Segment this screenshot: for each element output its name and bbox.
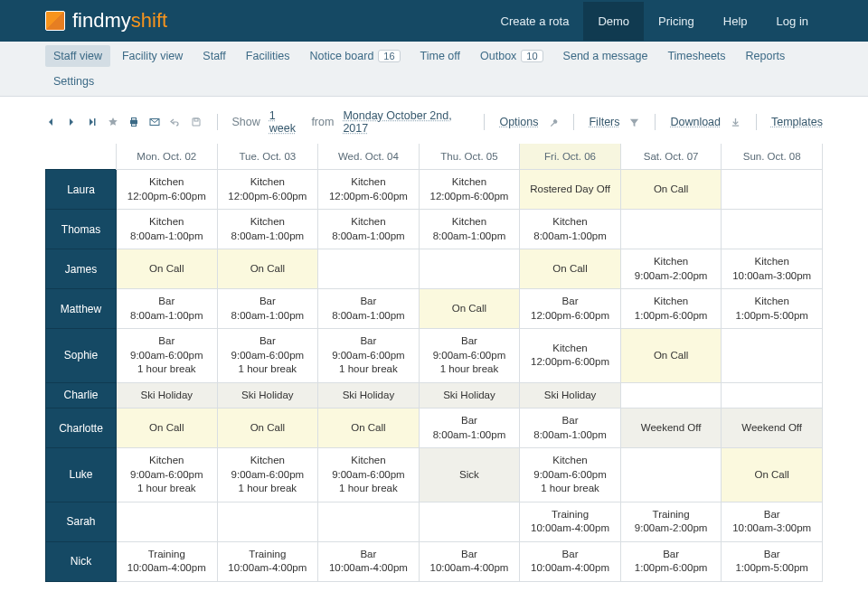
shift-cell[interactable]: Bar8:00am-1:00pm — [117, 289, 218, 329]
shift-cell[interactable]: On Call — [117, 249, 218, 289]
day-header[interactable]: Thu. Oct. 05 — [419, 144, 520, 170]
shift-cell[interactable] — [318, 249, 420, 289]
shift-cell[interactable]: Kitchen12:00pm-6:00pm — [217, 170, 318, 210]
shift-cell[interactable]: Ski Holiday — [419, 382, 520, 408]
print-icon[interactable] — [128, 116, 140, 128]
staff-name-cell[interactable]: Thomas — [46, 210, 117, 249]
date-selector[interactable]: Monday October 2nd, 2017 — [343, 109, 469, 135]
shift-cell[interactable]: Kitchen8:00am-1:00pm — [419, 210, 520, 249]
tab-facilities[interactable]: Facilities — [238, 45, 298, 67]
skip-icon[interactable] — [87, 116, 99, 128]
shift-cell[interactable] — [620, 382, 722, 408]
shift-cell[interactable]: Bar10:00am-4:00pm — [318, 541, 420, 581]
shift-cell[interactable]: Ski Holiday — [117, 382, 218, 408]
shift-cell[interactable]: Kitchen1:00pm-6:00pm — [620, 289, 722, 329]
range-selector[interactable]: 1 week — [269, 109, 303, 135]
tab-outbox[interactable]: Outbox 10 — [472, 45, 552, 67]
shift-cell[interactable]: Kitchen9:00am-6:00pm1 hour break — [117, 448, 218, 502]
mail-icon[interactable] — [149, 116, 161, 128]
shift-cell[interactable] — [217, 502, 318, 541]
shift-cell[interactable]: On Call — [318, 408, 420, 448]
download-link[interactable]: Download — [670, 116, 721, 128]
shift-cell[interactable]: Bar9:00am-6:00pm1 hour break — [117, 329, 218, 383]
day-header[interactable]: Tue. Oct. 03 — [217, 144, 318, 170]
staff-name-cell[interactable]: James — [46, 249, 117, 289]
staff-name-cell[interactable]: Nick — [46, 541, 117, 581]
shift-cell[interactable]: Bar10:00am-3:00pm — [722, 502, 823, 541]
shift-cell[interactable]: Weekend Off — [722, 408, 823, 448]
shift-cell[interactable]: On Call — [520, 249, 621, 289]
shift-cell[interactable] — [419, 502, 520, 541]
day-header[interactable]: Sun. Oct. 08 — [722, 144, 823, 170]
tab-notice-board[interactable]: Notice board 16 — [301, 45, 408, 67]
day-header[interactable]: Mon. Oct. 02 — [117, 144, 218, 170]
shift-cell[interactable] — [620, 210, 722, 249]
shift-cell[interactable]: Bar9:00am-6:00pm1 hour break — [419, 329, 520, 383]
staff-name-cell[interactable]: Matthew — [46, 289, 117, 329]
shift-cell[interactable]: Kitchen9:00am-6:00pm1 hour break — [318, 448, 420, 502]
shift-cell[interactable]: Kitchen10:00am-3:00pm — [722, 249, 823, 289]
tab-settings[interactable]: Settings — [45, 70, 102, 92]
nav-demo[interactable]: Demo — [583, 2, 644, 41]
shift-cell[interactable]: Kitchen12:00pm-6:00pm — [520, 329, 621, 383]
shift-cell[interactable]: Kitchen9:00am-6:00pm1 hour break — [520, 448, 621, 502]
shift-cell[interactable]: On Call — [620, 170, 722, 210]
shift-cell[interactable]: On Call — [217, 249, 318, 289]
shift-cell[interactable]: Bar9:00am-6:00pm1 hour break — [217, 329, 318, 383]
shift-cell[interactable]: Bar10:00am-4:00pm — [419, 541, 520, 581]
shift-cell[interactable]: Weekend Off — [620, 408, 722, 448]
shift-cell[interactable]: On Call — [419, 289, 520, 329]
tab-time-off[interactable]: Time off — [412, 45, 468, 67]
day-header[interactable]: Fri. Oct. 06 — [520, 144, 621, 170]
shift-cell[interactable]: Bar8:00am-1:00pm — [217, 289, 318, 329]
day-header[interactable]: Sat. Oct. 07 — [620, 144, 722, 170]
tab-reports[interactable]: Reports — [738, 45, 794, 67]
shift-cell[interactable]: Bar1:00pm-6:00pm — [620, 541, 722, 581]
brand-logo[interactable]: findmyshift — [45, 9, 167, 33]
save-icon[interactable] — [191, 116, 203, 128]
shift-cell[interactable]: Training10:00am-4:00pm — [217, 541, 318, 581]
shift-cell[interactable]: Kitchen9:00am-2:00pm — [620, 249, 722, 289]
shift-cell[interactable] — [318, 502, 420, 541]
day-header[interactable]: Wed. Oct. 04 — [318, 144, 420, 170]
shift-cell[interactable]: Bar9:00am-6:00pm1 hour break — [318, 329, 420, 383]
shift-cell[interactable]: Bar1:00pm-5:00pm — [722, 541, 823, 581]
tab-send-message[interactable]: Send a message — [555, 45, 656, 67]
shift-cell[interactable]: Kitchen8:00am-1:00pm — [318, 210, 420, 249]
shift-cell[interactable]: Kitchen8:00am-1:00pm — [217, 210, 318, 249]
shift-cell[interactable]: On Call — [217, 408, 318, 448]
shift-cell[interactable]: Kitchen12:00pm-6:00pm — [117, 170, 218, 210]
nav-help[interactable]: Help — [709, 2, 762, 41]
filters-link[interactable]: Filters — [589, 116, 619, 128]
shift-cell[interactable]: Training10:00am-4:00pm — [520, 502, 621, 541]
staff-name-cell[interactable]: Charlotte — [46, 408, 117, 448]
shift-cell[interactable]: On Call — [620, 329, 722, 383]
staff-name-cell[interactable]: Sarah — [46, 502, 117, 541]
shift-cell[interactable] — [117, 502, 218, 541]
tab-timesheets[interactable]: Timesheets — [659, 45, 733, 67]
shift-cell[interactable]: Ski Holiday — [520, 382, 621, 408]
staff-name-cell[interactable]: Charlie — [46, 382, 117, 408]
undo-icon[interactable] — [170, 116, 182, 128]
shift-cell[interactable] — [722, 329, 823, 383]
shift-cell[interactable]: Kitchen1:00pm-5:00pm — [722, 289, 823, 329]
prev-icon[interactable] — [45, 116, 57, 128]
shift-cell[interactable]: Rostered Day Off — [520, 170, 621, 210]
templates-link[interactable]: Templates — [771, 116, 823, 128]
shift-cell[interactable] — [722, 210, 823, 249]
nav-login[interactable]: Log in — [762, 2, 823, 41]
shift-cell[interactable]: Bar8:00am-1:00pm — [318, 289, 420, 329]
shift-cell[interactable]: Ski Holiday — [217, 382, 318, 408]
shift-cell[interactable]: Ski Holiday — [318, 382, 420, 408]
star-icon[interactable] — [108, 116, 119, 128]
tab-facility-view[interactable]: Facility view — [114, 45, 191, 67]
staff-name-cell[interactable]: Sophie — [46, 329, 117, 383]
options-link[interactable]: Options — [499, 116, 538, 128]
shift-cell[interactable]: Bar8:00am-1:00pm — [520, 408, 621, 448]
shift-cell[interactable]: Bar8:00am-1:00pm — [419, 408, 520, 448]
shift-cell[interactable]: Training9:00am-2:00pm — [620, 502, 722, 541]
shift-cell[interactable]: Kitchen8:00am-1:00pm — [520, 210, 621, 249]
shift-cell[interactable]: On Call — [117, 408, 218, 448]
shift-cell[interactable] — [620, 448, 722, 502]
staff-name-cell[interactable]: Laura — [46, 170, 117, 210]
